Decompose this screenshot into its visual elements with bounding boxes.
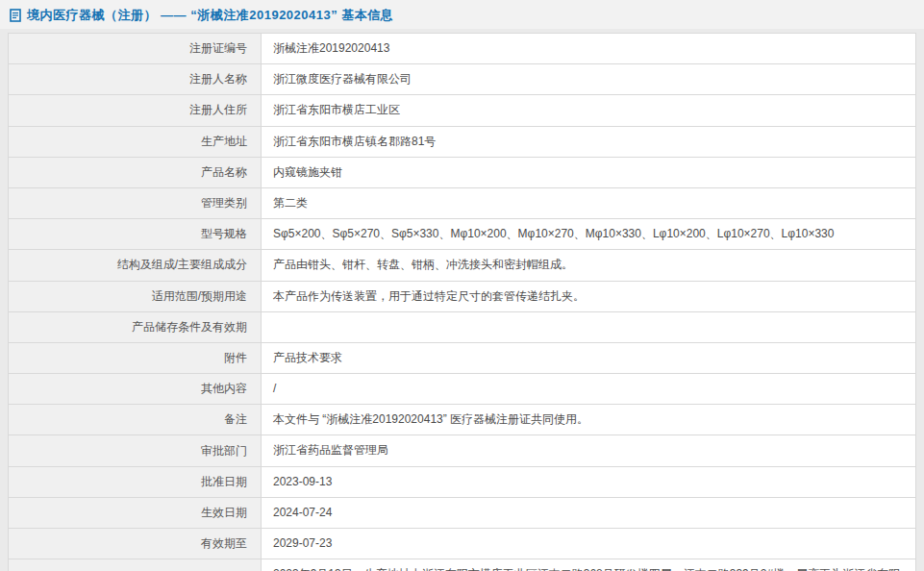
row-value: 浙械注准20192020413 — [262, 34, 916, 64]
row-value — [262, 311, 916, 342]
row-value: 2024-07-24 — [262, 497, 916, 528]
table-row: 注册人住所 浙江省东阳市横店工业区 — [9, 95, 916, 126]
row-value: 2029-07-23 — [262, 529, 916, 559]
table-row: 产品储存条件及有效期 — [9, 311, 916, 342]
row-label: 结构及组成/主要组成成分 — [9, 250, 262, 281]
table-row: 其他内容 / — [9, 374, 916, 405]
page-header: 境内医疗器械（注册） —— “浙械注准20192020413” 基本信息 — [0, 0, 924, 29]
row-value: 浙江省东阳市横店工业区 — [262, 95, 916, 126]
table-row: 审批部门 浙江省药品监督管理局 — [9, 435, 916, 466]
row-value: 浙江微度医疗器械有限公司 — [262, 64, 916, 95]
row-value: 内窥镜施夹钳 — [262, 157, 916, 187]
row-value: 2023-09-13 — [262, 466, 916, 497]
document-icon — [10, 9, 21, 22]
table-row: 变更情况 2023年9月13日：生产地址由浙江东阳市横店工业区江南二路368号研… — [9, 559, 916, 571]
table-row: 型号规格 Sφ5×200、Sφ5×270、Sφ5×330、Mφ10×200、Mφ… — [9, 219, 916, 250]
row-label: 有效期至 — [9, 529, 262, 559]
page: 境内医疗器械（注册） —— “浙械注准20192020413” 基本信息 注册证… — [0, 0, 924, 571]
row-value: Sφ5×200、Sφ5×270、Sφ5×330、Mφ10×200、Mφ10×27… — [262, 219, 916, 250]
table-row: 附件 产品技术要求 — [9, 342, 916, 373]
row-label: 附件 — [9, 342, 262, 373]
row-label: 产品名称 — [9, 157, 262, 187]
row-value: 产品技术要求 — [262, 342, 916, 373]
info-table: 注册证编号 浙械注准20192020413 注册人名称 浙江微度医疗器械有限公司… — [8, 33, 916, 571]
row-value: 本文件与 “浙械注准20192020413” 医疗器械注册证共同使用。 — [262, 405, 916, 435]
table-row: 结构及组成/主要组成成分 产品由钳头、钳杆、转盘、钳柄、冲洗接头和密封帽组成。 — [9, 250, 916, 281]
row-value: 2023年9月13日：生产地址由浙江东阳市横店工业区江南二路368号研发楼四层、… — [262, 559, 916, 571]
row-label: 生效日期 — [9, 497, 262, 528]
row-label: 生产地址 — [9, 126, 262, 157]
table-row: 管理类别 第二类 — [9, 187, 916, 218]
row-value: 浙江省东阳市横店镇名郡路81号 — [262, 126, 916, 157]
row-label: 注册人名称 — [9, 64, 262, 95]
row-label: 批准日期 — [9, 466, 262, 497]
row-label: 型号规格 — [9, 219, 262, 250]
table-row: 备注 本文件与 “浙械注准20192020413” 医疗器械注册证共同使用。 — [9, 405, 916, 435]
row-label: 适用范围/预期用途 — [9, 281, 262, 311]
row-value: 第二类 — [262, 187, 916, 218]
table-row: 生效日期 2024-07-24 — [9, 497, 916, 528]
row-value: 本产品作为传送装置，用于通过特定尺寸的套管传递结扎夹。 — [262, 281, 916, 311]
row-value: 浙江省药品监督管理局 — [262, 435, 916, 466]
row-label: 管理类别 — [9, 187, 262, 218]
row-label: 备注 — [9, 405, 262, 435]
row-value: / — [262, 374, 916, 405]
row-label: 注册人住所 — [9, 95, 262, 126]
row-label: 变更情况 — [9, 559, 262, 571]
table-row: 有效期至 2029-07-23 — [9, 529, 916, 559]
table-row: 注册证编号 浙械注准20192020413 — [9, 34, 916, 64]
row-value: 产品由钳头、钳杆、转盘、钳柄、冲洗接头和密封帽组成。 — [262, 250, 916, 281]
row-label: 注册证编号 — [9, 34, 262, 64]
row-label: 其他内容 — [9, 374, 262, 405]
table-row: 批准日期 2023-09-13 — [9, 466, 916, 497]
table-row: 适用范围/预期用途 本产品作为传送装置，用于通过特定尺寸的套管传递结扎夹。 — [9, 281, 916, 311]
page-title: 境内医疗器械（注册） —— “浙械注准20192020413” 基本信息 — [27, 7, 393, 24]
row-label: 产品储存条件及有效期 — [9, 311, 262, 342]
row-label: 审批部门 — [9, 435, 262, 466]
table-row: 生产地址 浙江省东阳市横店镇名郡路81号 — [9, 126, 916, 157]
table-row: 产品名称 内窥镜施夹钳 — [9, 157, 916, 187]
table-row: 注册人名称 浙江微度医疗器械有限公司 — [9, 64, 916, 95]
info-table-body: 注册证编号 浙械注准20192020413 注册人名称 浙江微度医疗器械有限公司… — [9, 34, 916, 571]
